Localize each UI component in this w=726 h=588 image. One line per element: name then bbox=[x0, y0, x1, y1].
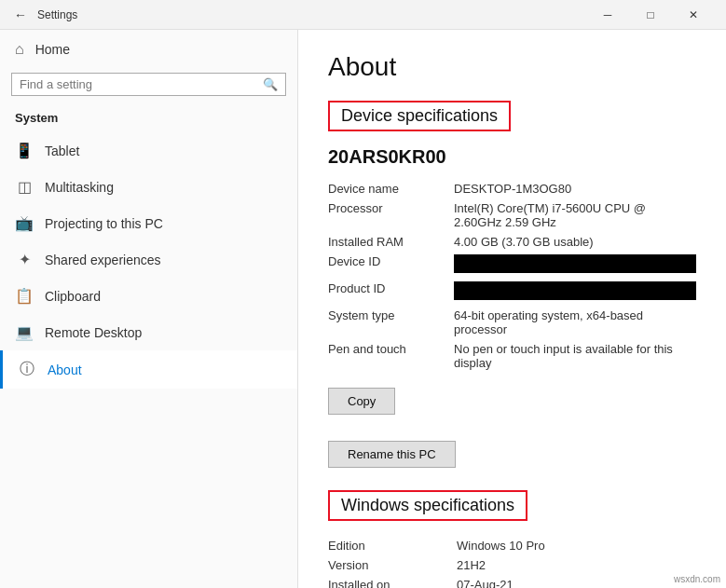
sidebar-item-label: Remote Desktop bbox=[45, 325, 142, 340]
home-icon: ⌂ bbox=[15, 41, 24, 58]
spec-value: Windows 10 Pro bbox=[449, 536, 696, 555]
search-icon: 🔍 bbox=[263, 77, 278, 91]
sidebar-item-remote[interactable]: 💻 Remote Desktop bbox=[0, 314, 297, 350]
redacted-bar bbox=[454, 254, 696, 273]
main-layout: ⌂ Home 🔍 System 📱 Tablet ◫ Multitasking … bbox=[0, 30, 726, 588]
spec-label: System type bbox=[328, 306, 446, 339]
sidebar-item-home[interactable]: ⌂ Home bbox=[0, 30, 297, 69]
spec-label: Product ID bbox=[328, 279, 446, 306]
spec-row: Processor Intel(R) Core(TM) i7-5600U CPU… bbox=[328, 198, 696, 232]
close-button[interactable]: ✕ bbox=[672, 0, 715, 30]
spec-value: No pen or touch input is available for t… bbox=[446, 339, 696, 373]
spec-value: 07-Aug-21 bbox=[449, 575, 696, 588]
device-section-header: Device specifications bbox=[328, 101, 511, 131]
minimize-button[interactable]: ─ bbox=[586, 0, 629, 30]
spec-row: Product ID bbox=[328, 279, 696, 306]
maximize-button[interactable]: □ bbox=[629, 0, 672, 30]
spec-label: Installed on bbox=[328, 575, 449, 588]
about-icon: ⓘ bbox=[18, 360, 36, 379]
clipboard-icon: 📋 bbox=[15, 287, 34, 305]
spec-value bbox=[446, 252, 696, 279]
search-box[interactable]: 🔍 bbox=[11, 73, 286, 96]
spec-row: Device ID bbox=[328, 252, 696, 279]
windows-section-header: Windows specifications bbox=[328, 490, 527, 521]
spec-label: Version bbox=[328, 555, 449, 575]
titlebar: ← Settings ─ □ ✕ bbox=[0, 0, 726, 30]
remote-icon: 💻 bbox=[15, 323, 34, 341]
sidebar-item-label: Tablet bbox=[45, 144, 79, 158]
multitasking-icon: ◫ bbox=[15, 178, 34, 196]
spec-value: 64-bit operating system, x64-based proce… bbox=[446, 306, 696, 339]
redacted-bar bbox=[454, 281, 696, 300]
shared-icon: ✦ bbox=[15, 251, 34, 268]
spec-value bbox=[446, 279, 696, 306]
sidebar-item-label: Clipboard bbox=[45, 289, 101, 304]
search-input[interactable] bbox=[20, 77, 263, 91]
spec-row: System type 64-bit operating system, x64… bbox=[328, 306, 696, 339]
sidebar-item-tablet[interactable]: 📱 Tablet bbox=[0, 132, 297, 169]
spec-label: Pen and touch bbox=[328, 339, 446, 373]
projecting-icon: 📺 bbox=[15, 214, 34, 232]
rename-button[interactable]: Rename this PC bbox=[328, 441, 456, 468]
sidebar-item-clipboard[interactable]: 📋 Clipboard bbox=[0, 278, 297, 314]
sidebar-item-multitasking[interactable]: ◫ Multitasking bbox=[0, 169, 297, 205]
spec-value: 4.00 GB (3.70 GB usable) bbox=[446, 232, 696, 252]
back-button[interactable]: ← bbox=[11, 6, 30, 24]
action-buttons: Copy bbox=[328, 388, 696, 422]
home-label: Home bbox=[35, 42, 70, 57]
sidebar: ⌂ Home 🔍 System 📱 Tablet ◫ Multitasking … bbox=[0, 30, 298, 588]
sidebar-item-shared[interactable]: ✦ Shared experiences bbox=[0, 241, 297, 278]
spec-label: Processor bbox=[328, 198, 446, 232]
content-area: About Device specifications 20ARS0KR00 D… bbox=[298, 30, 726, 588]
spec-row: Edition Windows 10 Pro bbox=[328, 536, 696, 555]
window-title: Settings bbox=[37, 8, 77, 21]
device-specs-table: Device name DESKTOP-1M3OG80 Processor In… bbox=[328, 179, 696, 373]
spec-label: Edition bbox=[328, 536, 449, 555]
sidebar-section-label: System bbox=[0, 107, 297, 132]
spec-row: Installed on 07-Aug-21 bbox=[328, 575, 696, 588]
spec-value: 21H2 bbox=[449, 555, 696, 575]
spec-row: Device name DESKTOP-1M3OG80 bbox=[328, 179, 696, 198]
copy-button[interactable]: Copy bbox=[328, 388, 395, 415]
sidebar-item-label: Shared experiences bbox=[45, 253, 161, 267]
spec-value: Intel(R) Core(TM) i7-5600U CPU @ 2.60GHz… bbox=[446, 198, 696, 232]
spec-label: Installed RAM bbox=[328, 232, 446, 252]
page-title: About bbox=[328, 52, 696, 82]
device-name: 20ARS0KR00 bbox=[328, 146, 696, 168]
window-controls: ─ □ ✕ bbox=[586, 0, 715, 30]
watermark: wsxdn.com bbox=[674, 574, 720, 584]
sidebar-item-label: About bbox=[48, 362, 82, 377]
sidebar-item-about[interactable]: ⓘ About bbox=[0, 350, 297, 389]
spec-label: Device ID bbox=[328, 252, 446, 279]
spec-value: DESKTOP-1M3OG80 bbox=[446, 179, 696, 198]
sidebar-item-projecting[interactable]: 📺 Projecting to this PC bbox=[0, 205, 297, 241]
spec-row: Installed RAM 4.00 GB (3.70 GB usable) bbox=[328, 232, 696, 252]
sidebar-item-label: Multitasking bbox=[45, 180, 114, 195]
tablet-icon: 📱 bbox=[15, 142, 34, 159]
spec-label: Device name bbox=[328, 179, 446, 198]
spec-row: Version 21H2 bbox=[328, 555, 696, 575]
windows-specs-table: Edition Windows 10 Pro Version 21H2 Inst… bbox=[328, 536, 696, 588]
spec-row: Pen and touch No pen or touch input is a… bbox=[328, 339, 696, 373]
sidebar-item-label: Projecting to this PC bbox=[45, 216, 163, 231]
